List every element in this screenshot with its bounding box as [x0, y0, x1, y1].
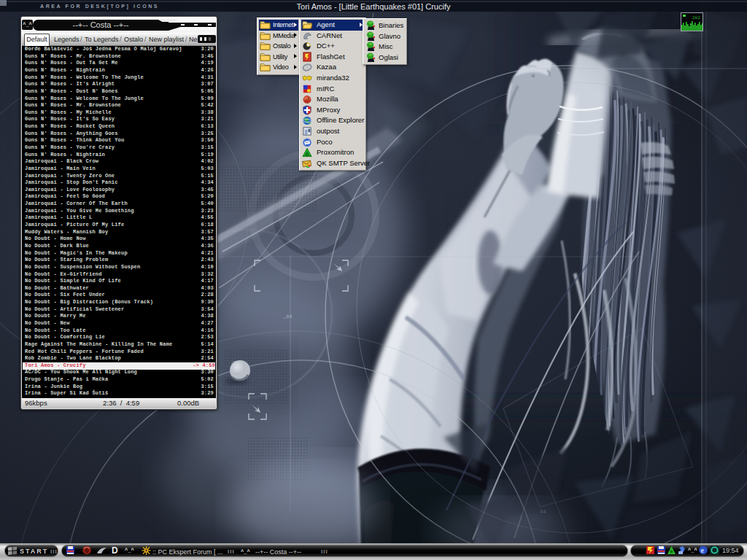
svg-text:^_^: ^_^ — [125, 548, 134, 553]
svg-text:19:54: 19:54 — [722, 547, 739, 554]
svg-text:^_^: ^_^ — [688, 548, 697, 553]
svg-text:282: 282 — [692, 15, 700, 20]
svg-text:D: D — [112, 545, 118, 556]
svg-text:e: e — [701, 546, 705, 554]
